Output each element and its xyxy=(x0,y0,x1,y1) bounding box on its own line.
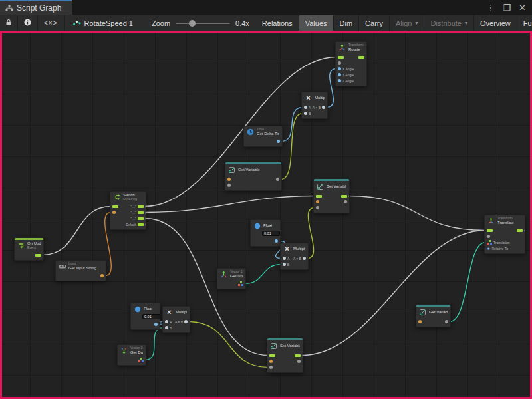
port-in[interactable] xyxy=(487,229,493,232)
port-b[interactable] xyxy=(283,263,286,266)
port-value[interactable] xyxy=(112,211,116,214)
node-multiply-bottom[interactable]: ×MultiplyAA × BB xyxy=(162,306,190,333)
value-field[interactable]: 0.01 xyxy=(262,231,280,236)
multiply-icon: × xyxy=(165,308,174,317)
zoom-slider[interactable] xyxy=(176,23,230,24)
port-out[interactable] xyxy=(445,320,448,323)
node-float-top[interactable]: Float0.01 xyxy=(250,219,281,247)
port-out[interactable] xyxy=(100,274,104,277)
port-b[interactable] xyxy=(304,112,307,115)
port-row xyxy=(416,319,450,325)
node-get-variable-mid[interactable]: Get Variable xyxy=(225,162,282,191)
node-set-variable-top[interactable]: Set Variable xyxy=(313,178,350,213)
node-float-bottom[interactable]: Float0.01 xyxy=(130,303,160,330)
node-translate[interactable]: TransformTranslateTranslation★Relative T… xyxy=(484,215,525,254)
gamepad-icon xyxy=(58,262,66,271)
toolbar-button-label: Align xyxy=(396,19,412,27)
script-graph-window: Script Graph ⋮ ❒ ✕ <×> RotateSpeed 1 xyxy=(0,0,532,399)
toolbar-button-carry[interactable]: Carry xyxy=(359,15,390,31)
node-on-update[interactable]: On UpdateEvent xyxy=(14,237,44,261)
zoom-label: Zoom xyxy=(152,19,170,27)
port-self[interactable] xyxy=(338,61,341,65)
port-in[interactable] xyxy=(269,354,275,357)
toolbar-button-distribute: Distribute▾ xyxy=(424,15,473,31)
port-out[interactable] xyxy=(275,239,278,243)
node-switch[interactable]: SwitchOn String"…""…""…"Default xyxy=(110,191,146,230)
port-out[interactable] xyxy=(358,56,364,59)
port-out[interactable] xyxy=(184,320,188,323)
variable-icon xyxy=(316,182,325,191)
port-self[interactable] xyxy=(487,235,490,238)
kebab-menu-icon[interactable]: ⋮ xyxy=(486,3,495,12)
port-default[interactable] xyxy=(138,223,144,226)
port-row xyxy=(314,205,349,211)
port-obj[interactable] xyxy=(227,184,231,187)
edge-multiply-bottom-out--set-variable-bottom-value xyxy=(189,322,268,368)
port-b[interactable] xyxy=(165,326,168,329)
port-out[interactable] xyxy=(276,178,279,181)
port-y[interactable] xyxy=(338,73,341,76)
node-get-input-string[interactable]: InputGet Input String xyxy=(55,260,106,281)
port-x[interactable] xyxy=(338,67,341,70)
edges-layer xyxy=(2,33,530,397)
toolbar-button-relations[interactable]: Relations xyxy=(256,15,299,31)
toolbar-button-values[interactable]: Values xyxy=(299,15,334,31)
port-value[interactable] xyxy=(316,206,319,209)
code-preview-button[interactable]: <×> xyxy=(38,15,65,31)
node-get-down[interactable]: Vector 3Get Down xyxy=(117,344,146,366)
port-out[interactable] xyxy=(277,140,280,143)
node-rotate[interactable]: TransformRotateX AngleY AngleZ Angle xyxy=(335,41,367,86)
port-a[interactable] xyxy=(165,320,168,323)
lock-button[interactable] xyxy=(0,15,18,31)
toolbar-button-overview[interactable]: Overview xyxy=(474,15,517,31)
zoom-slider-handle[interactable] xyxy=(189,20,196,27)
inspect-button[interactable] xyxy=(18,15,38,31)
toolbar-button-align: Align▾ xyxy=(390,15,424,31)
breadcrumb[interactable]: RotateSpeed 1 xyxy=(65,15,141,31)
port-value[interactable] xyxy=(269,366,273,369)
multiply-icon: × xyxy=(283,245,291,253)
port-name[interactable] xyxy=(418,320,422,323)
port-name[interactable] xyxy=(227,178,231,181)
node-get-variable-br[interactable]: Get Variable xyxy=(416,304,451,327)
port-out[interactable] xyxy=(295,354,301,357)
port-row: "…" xyxy=(110,209,146,215)
port-val-out[interactable] xyxy=(297,360,301,363)
port-z[interactable] xyxy=(338,79,341,82)
port-out[interactable] xyxy=(35,254,41,257)
port-out[interactable] xyxy=(303,257,306,260)
node-multiply-top[interactable]: ×MultiplyAA × BB xyxy=(301,92,328,119)
node-multiply-mid[interactable]: ×MultiplyAA × BB xyxy=(280,243,309,270)
port-flow-in[interactable] xyxy=(112,205,118,208)
graph-canvas[interactable]: On UpdateEventInputGet Input StringSwitc… xyxy=(0,31,532,399)
port-out[interactable] xyxy=(517,229,523,232)
port-in[interactable] xyxy=(316,195,322,198)
port-out1[interactable] xyxy=(138,205,144,208)
port-translation[interactable] xyxy=(487,240,492,245)
toolbar-button-fullscreen[interactable]: Full Screen xyxy=(517,15,532,31)
toolbar-button-dim[interactable]: Dim xyxy=(334,15,360,31)
port-a[interactable] xyxy=(283,257,286,260)
port-out[interactable] xyxy=(238,281,243,286)
port-out[interactable] xyxy=(138,358,144,362)
port-name[interactable] xyxy=(269,360,273,363)
port-out[interactable] xyxy=(154,323,158,326)
port-out[interactable] xyxy=(322,106,325,109)
port-row xyxy=(251,238,280,244)
node-get-delta-time[interactable]: TimeGet Delta Time xyxy=(243,126,283,147)
port-in[interactable] xyxy=(338,56,344,59)
port-val-out[interactable] xyxy=(344,200,347,203)
port-out3[interactable] xyxy=(138,217,144,220)
close-icon[interactable]: ✕ xyxy=(519,3,526,12)
maximize-icon[interactable]: ❒ xyxy=(503,3,511,12)
node-set-variable-bottom[interactable]: Set Variable xyxy=(267,338,303,373)
node-title: Multiply xyxy=(176,310,187,315)
value-field[interactable]: 0.01 xyxy=(142,314,160,319)
port-a[interactable] xyxy=(304,106,307,109)
port-name[interactable] xyxy=(316,200,319,203)
node-get-up[interactable]: Vector 3Get Up xyxy=(217,268,246,289)
port-relative[interactable]: ★ xyxy=(487,247,490,251)
port-out[interactable] xyxy=(341,195,347,198)
port-out2[interactable] xyxy=(138,211,144,214)
tab-script-graph[interactable]: Script Graph xyxy=(0,0,72,15)
